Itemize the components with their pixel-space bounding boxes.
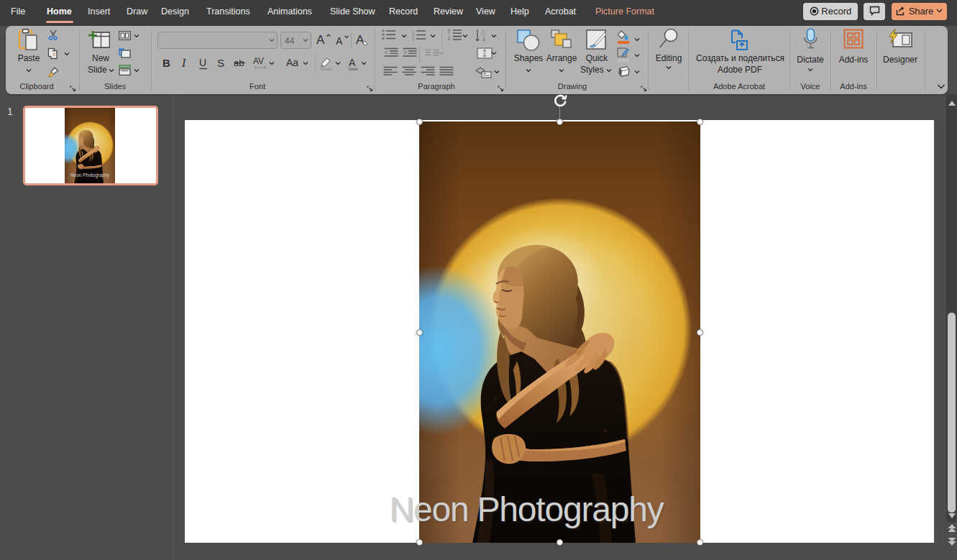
svg-text:Aa: Aa	[286, 57, 298, 68]
svg-text:I: I	[182, 57, 186, 69]
svg-text:A: A	[480, 29, 486, 37]
svg-text:A: A	[316, 33, 325, 46]
svg-text:A: A	[349, 57, 356, 68]
svg-text:AV: AV	[253, 56, 264, 66]
svg-text:A: A	[336, 35, 343, 47]
svg-text:3: 3	[412, 37, 415, 42]
svg-text:A: A	[356, 33, 365, 47]
svg-text:U: U	[199, 57, 206, 68]
svg-text:S: S	[217, 57, 224, 69]
svg-text:B: B	[162, 57, 170, 69]
